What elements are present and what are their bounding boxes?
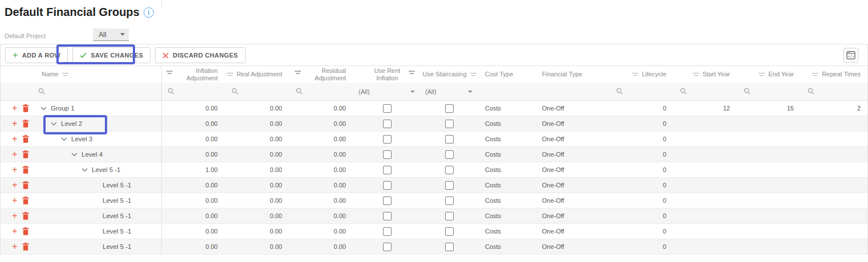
- add-a-row-button[interactable]: + ADD A ROW: [5, 47, 68, 63]
- add-child-row-button[interactable]: +: [12, 242, 17, 251]
- name-cell[interactable]: +Level 4: [1, 147, 162, 162]
- header-filter-icon[interactable]: [759, 72, 765, 77]
- header-filter-icon[interactable]: [295, 70, 301, 75]
- cell-financial_type[interactable]: One-Off: [535, 224, 610, 239]
- cell-residual[interactable]: 0.00: [290, 239, 354, 254]
- cell-end_year[interactable]: [738, 116, 802, 131]
- use-staircasing-checkbox[interactable]: [445, 166, 454, 174]
- filter-dropdown-use_rent[interactable]: (All): [354, 88, 421, 95]
- tree-expander[interactable]: [51, 122, 57, 126]
- column-header-inflation[interactable]: Inflation Adjustment: [162, 66, 226, 83]
- cell-lifecycle[interactable]: 0: [610, 101, 674, 116]
- cell-real[interactable]: 0.00: [226, 132, 290, 146]
- cell-inflation[interactable]: 0.00: [162, 147, 226, 162]
- info-icon[interactable]: i: [144, 7, 154, 18]
- cell-residual[interactable]: 0.00: [290, 101, 354, 116]
- column-header-lifecycle[interactable]: Lifecycle: [610, 66, 674, 83]
- cell-start_year[interactable]: [674, 193, 738, 208]
- tree-expander[interactable]: [71, 153, 78, 157]
- name-cell[interactable]: +Level 5 -1: [1, 224, 162, 239]
- use-rent-inflation-checkbox[interactable]: [383, 227, 392, 236]
- add-child-row-button[interactable]: +: [12, 119, 17, 128]
- cell-cost_type[interactable]: Costs: [478, 147, 535, 162]
- cell-repeat_times[interactable]: [802, 178, 868, 193]
- cell-start_year[interactable]: [674, 147, 738, 162]
- cell-inflation[interactable]: 0.00: [162, 116, 226, 131]
- discard-changes-button[interactable]: DISCARD CHANGES: [155, 47, 245, 63]
- cell-repeat_times[interactable]: [802, 116, 868, 131]
- cell-inflation[interactable]: 0.00: [162, 239, 226, 254]
- cell-inflation[interactable]: 0.00: [162, 178, 226, 193]
- delete-row-button[interactable]: [22, 135, 29, 143]
- name-cell[interactable]: +Level 5 -1: [1, 208, 162, 223]
- column-header-repeat_times[interactable]: Repeat Times: [802, 66, 868, 83]
- cell-residual[interactable]: 0.00: [290, 224, 354, 239]
- cell-lifecycle[interactable]: 0: [610, 239, 674, 254]
- filter-cell-repeat_times[interactable]: [802, 83, 868, 100]
- cell-financial_type[interactable]: One-Off: [535, 101, 610, 116]
- use-staircasing-checkbox[interactable]: [445, 212, 454, 220]
- column-header-cost_type[interactable]: Cost Type: [478, 66, 535, 83]
- use-rent-inflation-checkbox[interactable]: [383, 197, 392, 205]
- cell-inflation[interactable]: 0.00: [162, 224, 226, 239]
- use-rent-inflation-checkbox[interactable]: [383, 120, 392, 128]
- add-child-row-button[interactable]: +: [12, 227, 17, 236]
- use-rent-inflation-checkbox[interactable]: [383, 181, 392, 190]
- cell-real[interactable]: 0.00: [226, 224, 290, 239]
- filter-dropdown-use_stair[interactable]: (All): [421, 88, 478, 95]
- cell-repeat_times[interactable]: [802, 208, 868, 223]
- filter-cell-residual[interactable]: [290, 83, 354, 100]
- delete-row-button[interactable]: [22, 150, 29, 158]
- cell-financial_type[interactable]: One-Off: [535, 178, 610, 193]
- add-child-row-button[interactable]: +: [12, 150, 17, 159]
- filter-cell-start_year[interactable]: [674, 83, 738, 100]
- cell-financial_type[interactable]: One-Off: [535, 208, 610, 223]
- cell-financial_type[interactable]: One-Off: [535, 193, 610, 208]
- header-filter-icon[interactable]: [632, 72, 638, 77]
- cell-financial_type[interactable]: One-Off: [535, 116, 610, 131]
- cell-real[interactable]: 0.00: [226, 208, 290, 223]
- cell-real[interactable]: 0.00: [226, 193, 290, 208]
- use-rent-inflation-checkbox[interactable]: [383, 212, 392, 220]
- delete-row-button[interactable]: [22, 181, 29, 189]
- cell-residual[interactable]: 0.00: [290, 178, 354, 193]
- use-staircasing-checkbox[interactable]: [445, 104, 454, 113]
- cell-real[interactable]: 0.00: [226, 162, 290, 177]
- column-header-end_year[interactable]: End Year: [738, 66, 802, 83]
- cell-end_year[interactable]: [738, 147, 802, 162]
- add-child-row-button[interactable]: +: [12, 181, 17, 190]
- cell-end_year[interactable]: 15: [738, 101, 802, 116]
- use-rent-inflation-checkbox[interactable]: [383, 150, 392, 159]
- cell-inflation[interactable]: 1.00: [162, 162, 226, 177]
- cell-end_year[interactable]: [738, 208, 802, 223]
- cell-cost_type[interactable]: Costs: [478, 162, 535, 177]
- default-project-select[interactable]: All: [93, 28, 129, 41]
- cell-inflation[interactable]: 0.00: [162, 132, 226, 146]
- column-header-financial_type[interactable]: Financial Type: [535, 66, 610, 83]
- column-header-name[interactable]: Name: [1, 66, 162, 83]
- name-cell[interactable]: +Group 1: [1, 101, 162, 116]
- add-child-row-button[interactable]: +: [12, 165, 17, 174]
- cell-start_year[interactable]: [674, 116, 738, 131]
- cell-start_year[interactable]: [674, 239, 738, 254]
- cell-start_year[interactable]: [674, 208, 738, 223]
- cell-residual[interactable]: 0.00: [290, 193, 354, 208]
- column-header-real[interactable]: Real Adjustment: [226, 66, 290, 83]
- cell-real[interactable]: 0.00: [226, 147, 290, 162]
- code-view-button[interactable]: </>: [843, 48, 858, 63]
- column-header-use_rent[interactable]: Use Rent Inflation: [354, 66, 421, 83]
- tree-expander[interactable]: [61, 137, 67, 141]
- cell-end_year[interactable]: [738, 132, 802, 146]
- add-child-row-button[interactable]: +: [12, 211, 17, 220]
- cell-lifecycle[interactable]: 0: [610, 178, 674, 193]
- filter-cell-end_year[interactable]: [738, 83, 802, 100]
- header-filter-icon[interactable]: [166, 70, 173, 75]
- add-child-row-button[interactable]: +: [12, 104, 17, 113]
- use-rent-inflation-checkbox[interactable]: [383, 135, 392, 144]
- add-child-row-button[interactable]: +: [12, 196, 17, 205]
- cell-lifecycle[interactable]: 0: [610, 162, 674, 177]
- header-filter-icon[interactable]: [227, 72, 233, 77]
- use-staircasing-checkbox[interactable]: [445, 120, 454, 128]
- cell-start_year[interactable]: [674, 162, 738, 177]
- cell-residual[interactable]: 0.00: [290, 208, 354, 223]
